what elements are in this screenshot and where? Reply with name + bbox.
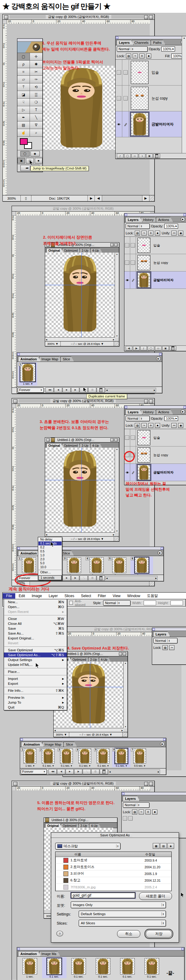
window-titlebar[interactable]: 금발 copy @ 300% (금발머리여자, RGB) xyxy=(12,206,154,212)
layer-thumbnail[interactable] xyxy=(131,61,149,84)
lock-all-icon[interactable]: ■ xyxy=(155,231,160,235)
palette-tab[interactable]: History xyxy=(141,217,157,222)
file-menu-item[interactable]: Save ⌘S ▶ xyxy=(4,626,67,631)
rectangular-marquee-tool[interactable]: ▢ xyxy=(18,53,30,60)
zoom-box[interactable] xyxy=(144,15,148,19)
frame-delay-select[interactable]: 0.1 sec. xyxy=(147,975,157,978)
palette-menu-button[interactable]: ▶ xyxy=(181,409,185,414)
palette-tab[interactable]: History xyxy=(141,409,157,415)
doc-tab[interactable]: Optimized xyxy=(71,657,90,662)
palette-tab[interactable]: Actions xyxy=(156,217,173,222)
hscroll-track[interactable] xyxy=(102,196,143,201)
doc-titlebar[interactable]: Untitled-1 @ 300% (Origi… xyxy=(44,818,117,822)
palette-drag-bar[interactable] xyxy=(124,406,186,409)
layer-thumbnail[interactable] xyxy=(138,465,150,480)
animation-frame[interactable]: 4 1 sec. ▾ xyxy=(85,557,108,577)
delete-frame-button[interactable] xyxy=(97,576,105,581)
animation-frame[interactable]: 1 sec. xyxy=(18,957,42,978)
opacity-value[interactable]: 100%▶ xyxy=(161,46,175,51)
loop-select[interactable]: Forever▼ xyxy=(21,769,47,774)
lock-position-icon[interactable]: ✛ xyxy=(148,423,153,428)
lock-transparency-icon[interactable]: ▨ xyxy=(126,54,131,59)
vertical-scrollbar[interactable]: ▲▼ xyxy=(123,662,127,728)
lock-transparency-icon[interactable]: ▨ xyxy=(162,645,168,650)
adjustment-layer-icon[interactable]: ◑ xyxy=(139,154,146,158)
healing-brush-tool[interactable]: ▱ xyxy=(18,76,30,83)
delay-menu-item[interactable]: 0.1 seconds xyxy=(38,541,62,546)
file-menu-item[interactable]: Jump To ▶ xyxy=(4,700,67,705)
menu-item[interactable]: 도움말 xyxy=(144,593,161,599)
animation-frame[interactable]: 0.1 sec. xyxy=(115,957,140,978)
layer-thumbnail[interactable] xyxy=(138,255,150,270)
unify-visibility-icon[interactable]: ◉ xyxy=(178,423,183,428)
dodge-tool[interactable]: ❍ xyxy=(30,99,42,106)
window-titlebar[interactable]: 금발 copy @ 300% (금발머리여자, RGB) xyxy=(12,781,154,786)
doc-tab[interactable]: 4-Up xyxy=(99,657,111,662)
horizontal-scrollbar[interactable]: ◀▶ xyxy=(54,728,123,732)
history-brush-tool[interactable]: ⟲ xyxy=(30,83,42,91)
standard-mode-button[interactable]: ◯ xyxy=(21,151,30,156)
opacity-value[interactable]: 100%▶ xyxy=(164,416,178,421)
file-row[interactable]: 1.토마토넷 2003.9.4 xyxy=(56,857,172,864)
palette-drag-bar[interactable] xyxy=(122,792,186,795)
lock-transparency-icon[interactable]: ▨ xyxy=(132,810,137,815)
lock-transparency-icon[interactable]: ▨ xyxy=(135,231,140,235)
layer-set-icon[interactable]: ▭ xyxy=(131,154,138,158)
palette-drag-bar[interactable] xyxy=(18,39,42,42)
file-menu-item[interactable]: File Info... ⇧⌘K ▶ xyxy=(4,688,67,693)
lock-position-icon[interactable]: ✛ xyxy=(146,810,151,815)
doc-tab[interactable]: 4-Up xyxy=(90,443,103,448)
layer-row[interactable]: 입술 xyxy=(124,429,186,447)
blend-mode-select[interactable]: Normal▲▼ xyxy=(117,46,148,52)
gradient-tool[interactable]: ▒ xyxy=(30,91,42,99)
frame-delay-select[interactable]: 0.5 sec. ▾ xyxy=(134,764,145,767)
size-info-select[interactable]: -- / -- sec @ 28.8 Kbps ▼ xyxy=(61,536,114,541)
line-tool[interactable]: ╲ xyxy=(30,114,42,121)
slices-select[interactable]: All Slices▲▼ xyxy=(79,920,166,926)
file-menu-item[interactable]: Export Original... ▶ xyxy=(4,636,67,641)
animation-frame[interactable]: 5 0.1 sec. ▾ xyxy=(94,748,112,767)
close-box[interactable] xyxy=(4,15,8,19)
recent-icon[interactable]: ◈ xyxy=(167,843,174,849)
status-menu-arrow[interactable]: ▶ xyxy=(88,196,95,201)
doc-canvas[interactable] xyxy=(45,253,115,337)
doc-tab[interactable]: 4-Up xyxy=(89,823,101,828)
prev-frame-button[interactable]: ◀| xyxy=(54,387,62,393)
layer-row[interactable]: 금발머리여자 xyxy=(115,111,182,137)
lock-image-icon[interactable]: ✑ xyxy=(141,231,147,235)
palette-drag-bar[interactable] xyxy=(115,36,186,39)
path-selection-tool[interactable]: ▷ xyxy=(18,106,30,114)
layer-mask-icon[interactable]: ◯ xyxy=(148,346,154,351)
animation-frame[interactable]: 5 1 sec. ▾ xyxy=(108,557,130,577)
collapse-box[interactable] xyxy=(123,652,126,655)
lock-image-icon[interactable]: ✑ xyxy=(139,810,144,815)
menu-item[interactable]: Filter xyxy=(95,593,109,599)
palette-drag-bar[interactable] xyxy=(124,213,186,216)
delay-menu-item[interactable]: 5.0 xyxy=(38,561,62,565)
animation-frame[interactable]: 1 1 sec. ▾ xyxy=(21,748,39,767)
frame-delay-select[interactable]: 0.1 sec. xyxy=(50,975,59,978)
lock-image-icon[interactable]: ✑ xyxy=(141,423,147,428)
file-menu-item[interactable]: Place... ▶ xyxy=(4,669,67,674)
delete-layer-icon[interactable] xyxy=(153,154,160,158)
zoom-tool[interactable]: ⌕ xyxy=(30,129,42,137)
doc-tab[interactable]: Original xyxy=(45,823,62,828)
loop-select[interactable]: Forever▼ xyxy=(18,387,44,393)
menu-item[interactable]: Layer xyxy=(45,593,61,599)
hscroll-track[interactable]: ◀▶ xyxy=(108,769,160,774)
delay-menu-item[interactable]: 1 seconds xyxy=(38,575,62,580)
layer-set-icon[interactable]: ▭ xyxy=(155,346,162,351)
lock-all-icon[interactable]: ■ xyxy=(152,810,157,815)
zoom-box[interactable] xyxy=(144,399,148,403)
visibility-checkbox[interactable] xyxy=(117,96,121,100)
collapse-box[interactable] xyxy=(114,243,118,247)
name-column-header[interactable]: 이름 xyxy=(56,852,145,857)
rewind-button[interactable]: ◀◀ xyxy=(48,769,57,774)
eyedropper-tool[interactable]: ∇ xyxy=(30,121,42,129)
layer-effects-icon[interactable]: ƒ xyxy=(117,154,123,158)
zoom-select[interactable]: 300% ▼ xyxy=(54,732,69,737)
menu-item[interactable]: Select xyxy=(77,593,94,599)
fullscreen-button[interactable]: ■ xyxy=(35,158,42,164)
file-menu-item[interactable]: Quit ⌘Q ▶ xyxy=(4,705,67,710)
opacity-value[interactable]: 100%▶ xyxy=(164,224,178,229)
